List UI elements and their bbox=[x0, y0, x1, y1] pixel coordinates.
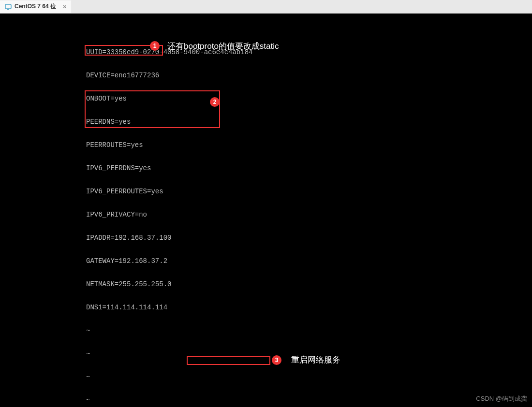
cfg-ipaddr: IPADDR=192.168.37.100 bbox=[86, 234, 532, 242]
tab-title: CentOS 7 64 位 bbox=[15, 2, 56, 11]
cfg-gateway: GATEWAY=192.168.37.2 bbox=[86, 257, 532, 265]
badge-3: 3 bbox=[272, 355, 281, 365]
tilde-line: ~ bbox=[86, 396, 532, 404]
annotation-3: 重启网络服务 bbox=[291, 354, 340, 365]
tilde-line: ~ bbox=[86, 327, 532, 334]
close-icon[interactable]: × bbox=[62, 3, 68, 10]
annotation-1: 还有bootproto的值要改成static bbox=[167, 41, 279, 52]
cfg-ipv6peerroutes: IPV6_PEERROUTES=yes bbox=[86, 188, 532, 195]
cfg-dns1: DNS1=114.114.114.114 bbox=[86, 304, 532, 311]
watermark: CSDN @码到成龚 bbox=[476, 394, 527, 403]
tab-bar: CentOS 7 64 位 × bbox=[0, 0, 532, 14]
cfg-onboot: ONBOOT=yes bbox=[86, 95, 532, 102]
badge-1: 1 bbox=[150, 41, 160, 51]
cfg-peerdns: PEERDNS=yes bbox=[86, 118, 532, 126]
vm-icon bbox=[5, 3, 12, 10]
vm-tab[interactable]: CentOS 7 64 位 × bbox=[0, 0, 72, 13]
cfg-ipv6privacy: IPV6_PRIVACY=no bbox=[86, 211, 532, 218]
terminal[interactable]: UUID=33350ed9-0270-4058-9400-ac6e4c4ab18… bbox=[0, 14, 532, 407]
badge-2: 2 bbox=[210, 97, 220, 107]
cfg-ipv6peerdns: IPV6_PEERDNS=yes bbox=[86, 164, 532, 172]
cfg-device: DEVICE=eno16777236 bbox=[86, 72, 532, 79]
cfg-peerroutes: PEERROUTES=yes bbox=[86, 141, 532, 149]
svg-rect-1 bbox=[7, 9, 9, 10]
cfg-netmask: NETMASK=255.255.255.0 bbox=[86, 280, 532, 288]
svg-rect-0 bbox=[5, 4, 11, 9]
tilde-line: ~ bbox=[86, 373, 532, 381]
